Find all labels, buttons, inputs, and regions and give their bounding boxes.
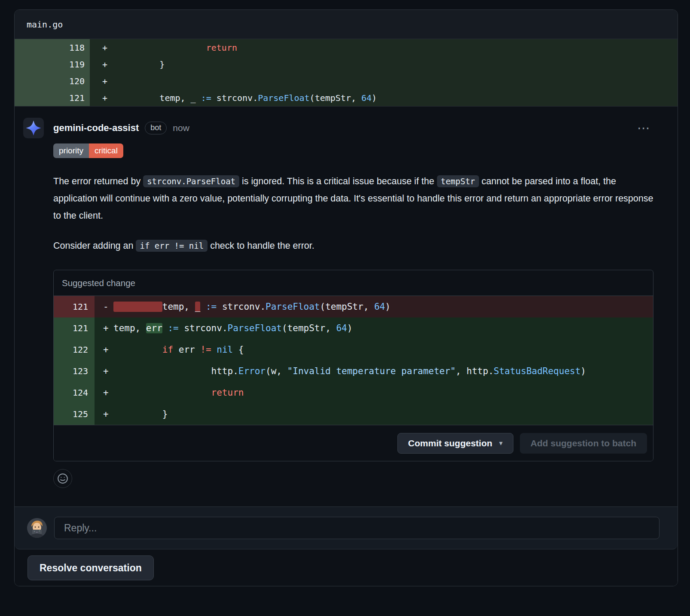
diff-sign: -	[103, 302, 113, 312]
line-number: 121	[54, 296, 95, 317]
code-line: if err != nil {	[113, 345, 244, 355]
diff-sign: +	[102, 76, 113, 86]
code-line: http.Error(w, "Invalid temperature param…	[113, 366, 586, 376]
review-thread-card: main.go 118+ return119+ }120+121+ temp, …	[14, 9, 678, 586]
comment-paragraph: Consider adding an if err != nil check t…	[53, 237, 653, 254]
diff-row: 119+ }	[15, 56, 678, 73]
diff-sign: +	[103, 323, 113, 333]
resolve-conversation-button[interactable]: Resolve conversation	[27, 555, 154, 580]
file-header: main.go	[15, 10, 678, 39]
suggestion-diff: 121- temp, _ := strconv.ParseFloat(tempS…	[54, 296, 653, 425]
comment-header: gemini-code-assist bot now ⋯	[53, 118, 653, 138]
diff-sign: +	[103, 387, 113, 398]
add-suggestion-to-batch-button[interactable]: Add suggestion to batch	[520, 433, 647, 454]
smiley-icon	[57, 473, 68, 484]
inline-code: strconv.ParseFloat	[143, 175, 239, 187]
kebab-menu-icon[interactable]: ⋯	[635, 122, 653, 134]
author-name: gemini-code-assist	[53, 122, 139, 134]
suggestion-title: Suggested change	[62, 278, 135, 288]
code-line: return	[113, 43, 237, 53]
context-diff: 118+ return119+ }120+121+ temp, _ := str…	[15, 39, 678, 106]
diff-row: 122+ if err != nil {	[54, 339, 653, 360]
line-number: 125	[54, 403, 95, 425]
diff-sign: +	[103, 345, 113, 355]
code-line: temp, err := strconv.ParseFloat(tempStr,…	[113, 323, 352, 333]
diff-sign: +	[103, 366, 113, 376]
priority-badge: priority critical	[53, 143, 123, 158]
reply-band	[15, 506, 678, 549]
memoji-avatar-icon	[27, 518, 47, 538]
chevron-down-icon: ▾	[499, 439, 503, 447]
commit-suggestion-button[interactable]: Commit suggestion ▾	[397, 433, 513, 454]
commit-suggestion-label: Commit suggestion	[408, 438, 492, 448]
reply-input[interactable]	[54, 517, 659, 539]
suggestion-header: Suggested change	[54, 270, 653, 296]
diff-row: 125+ }	[54, 403, 653, 425]
file-name: main.go	[27, 19, 63, 30]
user-avatar	[27, 518, 47, 538]
timestamp[interactable]: now	[173, 123, 189, 133]
suggestion-box: Suggested change 121- temp, _ := strconv…	[53, 270, 653, 461]
resolve-band: Resolve conversation	[15, 549, 678, 586]
gemini-sparkle-icon	[25, 119, 42, 137]
comment-section: gemini-code-assist bot now ⋯ priority cr…	[15, 106, 678, 506]
diff-row: 123+ http.Error(w, "Invalid temperature …	[54, 360, 653, 382]
line-number[interactable]: 121	[15, 89, 90, 106]
diff-row: 120+	[15, 73, 678, 89]
diff-row: 121+ temp, _ := strconv.ParseFloat(tempS…	[15, 89, 678, 106]
priority-badge-value: critical	[89, 143, 123, 158]
code-line: return	[113, 387, 244, 398]
suggestion-footer: Commit suggestion ▾ Add suggestion to ba…	[54, 425, 653, 461]
diff-sign: +	[102, 93, 113, 103]
line-number: 123	[54, 360, 95, 382]
code-line: }	[113, 59, 165, 70]
priority-badge-key: priority	[53, 143, 89, 158]
code-line: temp, _ := strconv.ParseFloat(tempStr, 6…	[113, 302, 391, 312]
line-number[interactable]: 118	[15, 39, 90, 56]
emoji-reaction-button[interactable]	[53, 469, 72, 488]
inline-code: if err != nil	[136, 240, 208, 252]
line-number: 121	[54, 317, 95, 339]
diff-sign: +	[102, 43, 113, 53]
diff-row: 118+ return	[15, 39, 678, 56]
line-number: 122	[54, 339, 95, 360]
comment-paragraph: The error returned by strconv.ParseFloat…	[53, 173, 653, 224]
bot-badge: bot	[145, 122, 167, 134]
comment-main: gemini-code-assist bot now ⋯ priority cr…	[53, 118, 653, 506]
diff-row: 124+ return	[54, 382, 653, 403]
line-number[interactable]: 119	[15, 56, 90, 73]
line-number: 124	[54, 382, 95, 403]
reaction-row	[53, 469, 653, 488]
diff-row: 121- temp, _ := strconv.ParseFloat(tempS…	[54, 296, 653, 317]
bot-avatar	[23, 118, 44, 138]
line-number[interactable]: 120	[15, 73, 90, 89]
diff-row: 121+temp, err := strconv.ParseFloat(temp…	[54, 317, 653, 339]
diff-sign: +	[102, 59, 113, 70]
diff-sign: +	[103, 409, 113, 419]
inline-code: tempStr	[437, 175, 479, 187]
review-thread-screen: main.go 118+ return119+ }120+121+ temp, …	[0, 0, 690, 616]
code-line: }	[113, 409, 168, 419]
code-line: temp, _ := strconv.ParseFloat(tempStr, 6…	[113, 93, 377, 103]
